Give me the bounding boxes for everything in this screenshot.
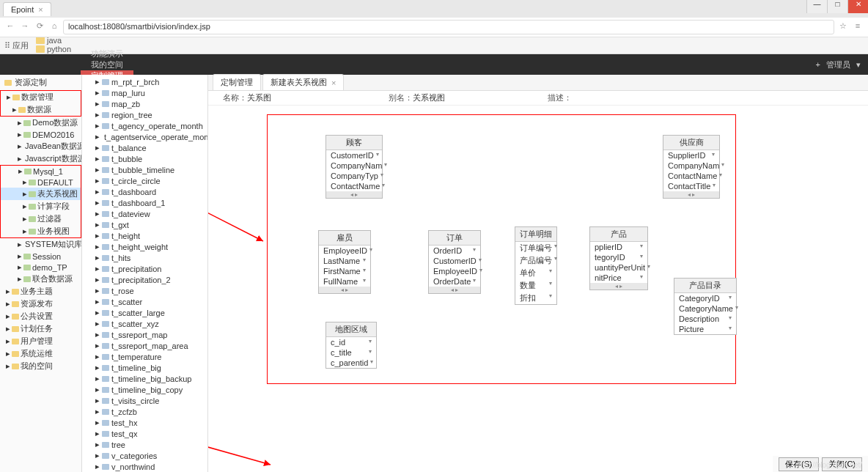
tree-node[interactable]: ▸Mysql_1 [1, 166, 81, 177]
entity-field[interactable]: LastName▾ [319, 256, 370, 266]
tree-node[interactable]: ▸SYSTEM知识库 [0, 238, 81, 251]
star-icon[interactable]: ☆ [837, 21, 849, 33]
mid-tree-item[interactable]: ▸map_zb [82, 98, 207, 109]
mid-tree-item[interactable]: ▸t_agency_operate_month [82, 120, 207, 131]
tree-node[interactable]: ▸JavaBean数据源 [0, 140, 81, 152]
entity-scrollbar[interactable]: ◂ ▸ [590, 283, 647, 290]
entity-supplier[interactable]: 供应商SupplierID▾CompanyNam▾ContactName▾Con… [663, 135, 720, 199]
entity-field[interactable]: tegoryID▾ [590, 252, 647, 262]
close-window-button[interactable]: ✕ [847, 0, 868, 13]
tree-node[interactable]: ▸我的空间 [0, 360, 81, 372]
entity-field[interactable]: OrderID▾ [429, 246, 480, 256]
entity-field[interactable]: c_parentid▾ [326, 358, 376, 368]
mid-tree-item[interactable]: ▸t_scatter_xyz [82, 318, 207, 329]
tree-node[interactable]: ▸过滤器 [1, 213, 81, 225]
entity-scrollbar[interactable]: ◂ ▸ [319, 287, 370, 293]
forward-icon[interactable]: → [19, 21, 31, 33]
mid-tree-item[interactable]: ▸t_agentservice_operate_month [82, 131, 207, 142]
mid-tree-item[interactable]: ▸t_hits [82, 252, 207, 263]
entity-customer[interactable]: 顾客CustomerID▾CompanyNam▾CompanyTyp▾Conta… [326, 135, 383, 199]
tree-node[interactable]: ▸数据源 [1, 103, 81, 116]
entity-field[interactable]: CustomerID▾ [326, 150, 382, 161]
entity-scrollbar[interactable]: ◂ ▸ [663, 191, 719, 198]
entity-field[interactable]: SupplierID▾ [663, 150, 719, 161]
admin-dropdown-icon[interactable]: ▾ [856, 60, 861, 70]
mid-tree-item[interactable]: ▸t_scatter_large [82, 307, 207, 318]
entity-scrollbar[interactable]: ◂ ▸ [429, 287, 480, 293]
entity-field[interactable]: uantityPerUnit▾ [590, 262, 647, 273]
entity-field[interactable]: EmployeeID▾ [429, 266, 480, 276]
mid-tree-item[interactable]: ▸t_circle_circle [82, 175, 207, 186]
entity-field[interactable]: CategoryName▾ [674, 303, 736, 314]
mid-tree-item[interactable]: ▸t_balance [82, 142, 207, 153]
entity-field[interactable]: 折扣▾ [515, 292, 556, 304]
mid-tree-item[interactable]: ▸t_height_weight [82, 241, 207, 252]
entity-field[interactable]: FullName▾ [319, 276, 370, 287]
mid-tree-item[interactable]: ▸t_rose [82, 285, 207, 296]
mid-tree-item[interactable]: ▸t_timeline_big [82, 362, 207, 373]
entity-field[interactable]: CategoryID▾ [674, 293, 736, 303]
reload-icon[interactable]: ⟳ [34, 21, 45, 33]
mid-tree-item[interactable]: ▸t_precipitation [82, 263, 207, 274]
admin-plus[interactable]: + [816, 60, 820, 69]
tree-node[interactable]: ▸资源发布 [0, 298, 81, 310]
entity-field[interactable]: Description▾ [674, 314, 736, 324]
tree-node[interactable]: ▸demo_TP [0, 262, 81, 273]
tree-node[interactable]: ▸数据管理 [1, 91, 81, 103]
maximize-button[interactable]: □ [827, 0, 847, 13]
mid-tree-item[interactable]: ▸t_temperature [82, 351, 207, 362]
minimize-button[interactable]: — [806, 0, 827, 13]
close-tab-icon[interactable]: × [331, 78, 336, 87]
tree-node[interactable]: ▸Session [0, 251, 81, 262]
tree-node[interactable]: ▸用户管理 [0, 335, 81, 347]
mid-tree-item[interactable]: ▸t_timeline_big_copy [82, 384, 207, 395]
entity-scrollbar[interactable]: ◂ ▸ [326, 191, 382, 198]
tree-node[interactable]: ▸联合数据源 [0, 273, 81, 285]
tree-node[interactable]: ▸DEMO2016 [0, 129, 81, 140]
entity-employee[interactable]: 雇员EmployeeID▾LastName▾FirstName▾FullName… [318, 230, 371, 294]
entity-field[interactable]: 产品编号▾ [515, 254, 556, 267]
tree-node[interactable]: ▸业务视图 [1, 225, 81, 237]
mid-tree-item[interactable]: ▸t_bubble_timeline [82, 164, 207, 175]
mid-tree-item[interactable]: ▸t_ssreport_map [82, 329, 207, 340]
entity-field[interactable]: FirstName▾ [319, 266, 370, 276]
mid-tree-item[interactable]: ▸t_visits_circle [82, 395, 207, 406]
entity-field[interactable]: Picture▾ [674, 324, 736, 334]
apps-icon[interactable]: ⠿ 应用 [4, 40, 29, 51]
tree-node[interactable]: ▸Javascript数据源 [0, 152, 81, 165]
entity-product[interactable]: 产品pplierID▾tegoryID▾uantityPerUnit▾nitPr… [589, 226, 648, 290]
tree-node[interactable]: ▸Demo数据源 [0, 117, 81, 129]
tree-node[interactable]: ▸计算字段 [1, 200, 81, 213]
mid-tree-item[interactable]: ▸region_tree [82, 109, 207, 120]
content-tab-active[interactable]: 新建表关系视图× [262, 74, 344, 90]
mid-tree-item[interactable]: ▸t_gxt [82, 219, 207, 230]
entity-field[interactable]: c_id▾ [326, 337, 376, 347]
home-icon[interactable]: ⌂ [48, 21, 60, 33]
tree-node[interactable]: ▸公共设置 [0, 310, 81, 322]
entity-field[interactable]: c_title▾ [326, 347, 376, 358]
entity-field[interactable]: OrderDate▾ [429, 276, 480, 287]
menu-icon[interactable]: ≡ [852, 21, 864, 33]
entity-field[interactable]: 数量▾ [515, 279, 556, 292]
tree-node[interactable]: ▸DEFAULT [1, 177, 81, 188]
mid-tree-item[interactable]: ▸test_hx [82, 417, 207, 428]
entity-category[interactable]: 产品目录CategoryID▾CategoryName▾Description▾… [674, 278, 737, 335]
mid-tree-item[interactable]: ▸t_dashboard_1 [82, 197, 207, 208]
entity-field[interactable]: pplierID▾ [590, 242, 647, 252]
entity-field[interactable]: ContactName▾ [326, 181, 382, 191]
entity-field[interactable]: 单价▾ [515, 267, 556, 279]
tree-node[interactable]: ▸计划任务 [0, 322, 81, 335]
content-tab[interactable]: 定制管理 [213, 74, 261, 90]
mid-tree-item[interactable]: ▸t_ssreport_map_area [82, 340, 207, 351]
entity-field[interactable]: ContactTitle▾ [663, 181, 719, 191]
mid-tree-item[interactable]: ▸test_qx [82, 428, 207, 439]
tree-node[interactable]: ▸表关系视图 [1, 188, 81, 200]
entity-field[interactable]: CompanyNam▾ [663, 161, 719, 171]
entity-field[interactable]: nitPrice▾ [590, 273, 647, 283]
mid-tree-item[interactable]: ▸v_categories [82, 450, 207, 461]
url-input[interactable]: localhost:18080/smartbi/vision/index.jsp [63, 20, 834, 34]
mid-tree-item[interactable]: ▸t_scatter [82, 296, 207, 307]
canvas[interactable]: 顾客CustomerID▾CompanyNam▾CompanyTyp▾Conta… [208, 106, 868, 472]
mid-tree-item[interactable]: ▸v_northwind [82, 461, 207, 472]
back-icon[interactable]: ← [4, 21, 16, 33]
